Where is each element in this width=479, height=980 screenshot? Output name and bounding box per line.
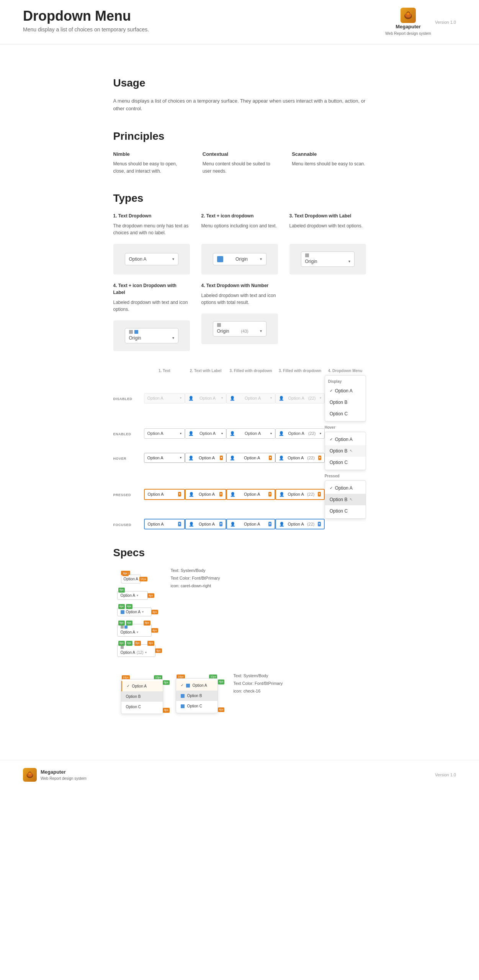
col-header-2: 2. Text with Label: [185, 366, 226, 375]
hover-menu-item-a[interactable]: ✓ Option A: [325, 434, 366, 445]
spec-menu-card-2: ✓ Option A Option B Option C: [176, 678, 218, 713]
type5-dropdown[interactable]: Origin (43) ▾: [213, 321, 266, 336]
hover-menu-item-c[interactable]: Option C: [325, 457, 366, 468]
chevron-down-icon: ▾: [260, 256, 262, 262]
person-icon-13: 👤: [189, 521, 194, 528]
hover-label-value: Option A: [199, 455, 215, 461]
spec-menu-b: Option B: [126, 694, 141, 699]
focused-label-dropdown[interactable]: 👤 Option A ▾: [185, 519, 226, 530]
type4-demo: Origin ▾: [113, 320, 190, 351]
type2-dropdown[interactable]: Origin ▾: [213, 253, 266, 265]
type-card-3: 3. Text Dropdown with Label Labeled drop…: [289, 212, 366, 274]
type-card-2: 2. Text + icon dropdown Menu options inc…: [201, 212, 278, 274]
page-footer: Megaputer Web Report design system Versi…: [0, 760, 479, 789]
icon-spec-menu2: [181, 694, 185, 698]
spec-num-val: (12): [137, 650, 144, 655]
hover-text-dropdown[interactable]: Option A ▾: [144, 453, 185, 463]
footer-logo: Megaputer Web Report design system: [23, 768, 87, 782]
spec-menu-item-a-hover[interactable]: ✓ Option A: [121, 681, 163, 691]
col-header-1: 1. Text: [144, 366, 185, 375]
type1-desc: The dropdown menu only has text as choic…: [113, 222, 190, 238]
chevron-down-icon: ▾: [260, 328, 262, 334]
state-label-pressed: PRESSED: [113, 493, 131, 497]
type3-dropdown[interactable]: Origin ▾: [301, 252, 355, 267]
type4-dropdown[interactable]: Origin ▾: [125, 328, 178, 343]
hover-item-a-label: Option A: [335, 436, 353, 443]
chevron-icon: ▾: [180, 396, 181, 400]
check-icon-spec2: ✓: [181, 683, 184, 688]
spec-label-text-val: Option A: [121, 629, 135, 635]
spec-dropdown-label-icon[interactable]: 4px 4px 8px Option A ▾ 4px: [117, 624, 152, 637]
enabled-filled-value1: Option A: [245, 430, 261, 437]
types-grid-row1: 1. Text Dropdown The dropdown menu only …: [113, 212, 366, 274]
type2-value: Origin: [235, 256, 248, 263]
col-header-4: 3. Filled with dropdown: [275, 366, 324, 375]
spec-menu-a: Option A: [132, 683, 147, 689]
dropdown-menu-hover: ✓ Option A Option B ↖ Option C: [325, 432, 366, 470]
pressed-text-value: Option A: [148, 491, 164, 498]
hover-filled-dropdown2[interactable]: 👤 Option A (22) ▾: [275, 453, 324, 463]
type-card-5: 4. Text Dropdown with Number Labeled dro…: [201, 282, 278, 351]
dropdown-menu-pressed: ✓ Option A Option B ↖ Option C: [325, 480, 366, 519]
check-icon-spec: ✓: [127, 684, 130, 689]
spec-menu2-item-b[interactable]: Option B: [176, 691, 217, 701]
spec-menu-item-c-hover[interactable]: Option C: [121, 702, 163, 712]
spec-badge-4px-side: 4px: [218, 679, 224, 684]
principle-nimble-title: Nimble: [113, 150, 187, 158]
spec-badge-4px-menu: 4px: [163, 708, 169, 713]
hover-label-dropdown[interactable]: 👤 Option A ▾: [185, 453, 226, 463]
dropdown-label-3: [217, 323, 221, 327]
chevron-icon: ▾: [318, 456, 321, 460]
person-icon: 👤: [188, 395, 194, 402]
focused-text-dropdown[interactable]: Option A ▾: [144, 519, 185, 530]
pressed-item-c-label: Option C: [330, 508, 348, 514]
enabled-text-value: Option A: [147, 430, 163, 437]
enabled-filled-value2: Option A: [288, 430, 304, 437]
chevron-icon: ▾: [268, 492, 271, 497]
focused-filled-dropdown1[interactable]: 👤 Option A ▾: [226, 519, 275, 530]
type1-title: 1. Text Dropdown: [113, 212, 190, 219]
spec-dropdown-text[interactable]: 4px Option A ▾ 4px: [117, 591, 148, 600]
spec-dropdown-icon-text[interactable]: 4px 4px Option A ▾ 4px: [117, 608, 152, 616]
enabled-filled-dropdown2[interactable]: 👤 Option A (22) ▾: [275, 428, 324, 439]
brand-name: Megaputer: [396, 23, 421, 31]
menu-item-b-1[interactable]: Option B: [325, 397, 366, 408]
spec-text-1: Text: System/Body Text Color: Font/BtPri…: [171, 567, 220, 590]
spec-menu2-item-a[interactable]: ✓ Option A: [176, 680, 217, 691]
pressed-menu-item-b[interactable]: Option B ↖: [325, 494, 366, 505]
pressed-filled-value2: Option A: [288, 491, 304, 498]
spec-badge-4px-label2: 4px: [126, 621, 132, 626]
type1-dropdown[interactable]: Option A ▾: [125, 253, 178, 265]
spec-menu2-item-c[interactable]: Option C: [176, 701, 217, 711]
enabled-label-dropdown[interactable]: 👤 Option A ▾: [185, 428, 226, 439]
types-section: Types 1. Text Dropdown The dropdown menu…: [113, 190, 366, 351]
pressed-filled-dropdown1[interactable]: 👤 Option A ▾: [226, 489, 275, 500]
pressed-menu-item-c[interactable]: Option C: [325, 505, 366, 517]
hover-filled-dropdown1[interactable]: 👤 Option A ▾: [226, 453, 275, 463]
spec-text-2: Text: System/Body Text Color: Font/BtPri…: [233, 672, 283, 695]
focused-filled-dropdown2[interactable]: 👤 Option A (22) ▾: [275, 519, 324, 530]
enabled-filled-dropdown1[interactable]: 👤 Option A ▾: [226, 428, 275, 439]
spec-menu-item-b-hover[interactable]: Option B: [121, 691, 163, 702]
chevron-icon: ▾: [270, 396, 272, 400]
person-icon-9: 👤: [279, 455, 284, 461]
disabled-text-dropdown: Option A ▾: [144, 393, 185, 403]
menu-item-a-1[interactable]: ✓ Option A: [325, 385, 366, 397]
pressed-label-dropdown[interactable]: 👤 Option A ▾: [185, 489, 226, 500]
enabled-text-dropdown[interactable]: Option A ▾: [144, 428, 185, 439]
spec-diagram-group: 4px Option A ▾ 4px 4px 4px Option A: [117, 588, 155, 657]
focused-filled-value1: Option A: [244, 521, 260, 528]
hover-filled-value2: Option A: [288, 455, 304, 461]
pressed-menu-item-a[interactable]: ✓ Option A: [325, 482, 366, 494]
type5-number: (43): [241, 328, 248, 335]
col-header-3: 3. Filled with dropdown: [226, 366, 275, 375]
menu-item-c-1[interactable]: Option C: [325, 408, 366, 420]
pressed-label: Pressed: [325, 473, 366, 479]
spec-dropdown-1[interactable]: 8px Option A 16px: [121, 575, 141, 583]
pressed-filled-dropdown2[interactable]: 👤 Option A (22) ▾: [275, 489, 324, 500]
spec-dropdown-number[interactable]: 4px 4px 8px 8px Option A (12) ▾: [117, 644, 155, 657]
pressed-text-dropdown[interactable]: Option A ▾: [144, 489, 185, 500]
chevron-icon: ▾: [320, 431, 321, 436]
hover-menu-item-b[interactable]: Option B ↖: [325, 445, 366, 457]
menu-item-b-label: Option B: [330, 399, 348, 406]
